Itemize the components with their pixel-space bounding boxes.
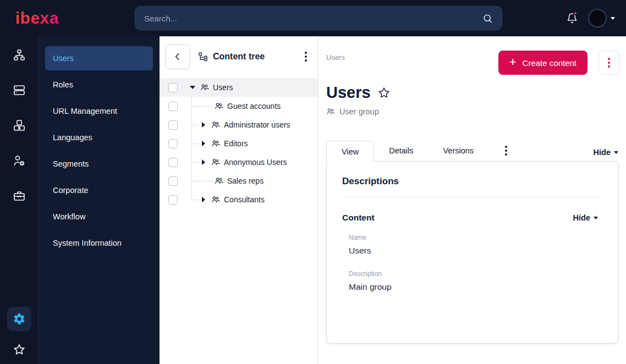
content-list-icon[interactable] [13, 84, 26, 97]
sidebar-item-label: System Information [53, 239, 122, 247]
admin-sidebar: Users Roles URL Management Languages Seg… [39, 36, 160, 364]
blocks-icon[interactable] [13, 119, 26, 132]
tree-item-label: Administrator users [224, 120, 290, 129]
sidebar-item-users[interactable]: Users [45, 46, 153, 70]
search-icon[interactable] [482, 13, 493, 24]
ibexa-logo[interactable]: ibexa [15, 9, 59, 27]
caret-right-icon[interactable] [199, 159, 208, 165]
sitemap-icon[interactable] [13, 48, 26, 62]
user-group-icon [326, 107, 335, 116]
hide-all-toggle[interactable]: Hide [594, 148, 618, 161]
favorite-star-icon[interactable] [377, 86, 391, 100]
tab-view[interactable]: View [326, 141, 374, 162]
notifications-bell-icon[interactable] [566, 12, 578, 24]
caret-right-icon[interactable] [199, 141, 208, 146]
tab-label: Versions [443, 146, 474, 155]
content-tree-icon [198, 52, 208, 62]
content-tree-title: Content tree [198, 52, 265, 62]
user-group-icon [211, 195, 220, 204]
hide-label: Hide [594, 148, 611, 157]
content-type-label: User group [339, 107, 379, 116]
user-group-icon [200, 83, 209, 92]
tree-checkbox[interactable] [168, 177, 178, 186]
sidebar-item-segments[interactable]: Segments [39, 151, 160, 177]
tree-item-label: Consultants [224, 195, 265, 204]
tree-checkbox[interactable] [168, 102, 178, 111]
logo-container: ibexa [0, 9, 135, 27]
tree-item-label: Sales reps [227, 177, 263, 185]
global-search[interactable] [135, 6, 502, 30]
tab-label: Details [389, 146, 413, 155]
hide-label: Hide [573, 213, 590, 222]
field-name: Name Users [349, 234, 602, 256]
settings-button[interactable] [7, 307, 31, 331]
user-settings-icon[interactable] [13, 154, 26, 167]
sidebar-item-label: Roles [53, 80, 73, 89]
tree-item-label: Guest accounts [227, 102, 281, 111]
tree-checkbox[interactable] [168, 83, 178, 92]
plus-icon: + [509, 56, 517, 68]
tree-item-editors[interactable]: Editors [160, 134, 318, 153]
collapse-tree-button[interactable] [165, 44, 190, 69]
page-title: Users [326, 84, 371, 102]
tree-branch-line [191, 125, 199, 125]
sidebar-item-url-management[interactable]: URL Management [39, 98, 160, 124]
tree-checkbox[interactable] [168, 139, 178, 148]
notification-badge [573, 11, 578, 15]
create-content-button[interactable]: + Create content [498, 51, 587, 75]
tree-branch-line [191, 181, 215, 181]
field-label: Description [349, 270, 602, 278]
user-menu[interactable] [588, 9, 615, 27]
breadcrumb[interactable]: Users [326, 51, 345, 62]
field-list: Name Users Description Main group [342, 234, 602, 292]
sidebar-item-label: URL Management [53, 107, 117, 115]
search-input[interactable] [144, 14, 482, 23]
tree-item-guest-accounts[interactable]: Guest accounts [160, 97, 318, 115]
hide-section-toggle[interactable]: Hide [573, 213, 598, 222]
tab-versions[interactable]: Versions [429, 140, 489, 161]
content-tree-title-label: Content tree [213, 52, 265, 62]
content-tree-panel: Content tree Users Guest accounts [160, 36, 319, 364]
tree-item-label: Users [213, 83, 233, 92]
sidebar-item-label: Segments [53, 159, 89, 168]
toolbox-icon[interactable] [13, 189, 26, 202]
user-group-icon [215, 102, 223, 111]
tree-item-consultants[interactable]: Consultants [160, 190, 318, 209]
sidebar-item-label: Users [53, 54, 74, 63]
sidebar-item-system-information[interactable]: System Information [39, 230, 160, 256]
tree-checkbox[interactable] [168, 195, 178, 205]
field-value: Main group [349, 282, 602, 292]
caret-down-icon[interactable] [188, 86, 197, 89]
tree-item-anonymous-users[interactable]: Anonymous Users [160, 153, 318, 172]
rail-bottom [7, 307, 31, 364]
create-content-label: Create content [523, 58, 576, 68]
sidebar-item-workflow[interactable]: Workflow [39, 203, 160, 230]
tabs-overflow-kebab-icon[interactable] [488, 140, 524, 161]
main-actions: + Create content [498, 51, 619, 75]
content-tree-list: Users Guest accounts Administrator users [160, 76, 318, 209]
field-description: Description Main group [349, 270, 602, 292]
tree-item-users[interactable]: Users [160, 78, 318, 97]
content-type-badge: User group [326, 107, 620, 116]
caret-right-icon[interactable] [199, 122, 208, 128]
section-title: Content [342, 213, 375, 223]
caret-down-icon [614, 151, 618, 154]
tree-item-sales-reps[interactable]: Sales reps [160, 172, 318, 190]
sidebar-item-corporate[interactable]: Corporate [39, 177, 160, 203]
user-group-icon [211, 158, 220, 167]
icon-rail [0, 36, 39, 364]
tree-options-kebab-icon[interactable] [303, 49, 309, 64]
tree-item-administrator-users[interactable]: Administrator users [160, 115, 318, 134]
sidebar-item-languages[interactable]: Languages [39, 124, 160, 151]
tree-checkbox[interactable] [168, 158, 178, 167]
tree-branch-line [191, 144, 199, 144]
caret-right-icon[interactable] [199, 197, 208, 202]
sidebar-item-label: Workflow [53, 212, 85, 221]
tab-details[interactable]: Details [374, 140, 428, 161]
sidebar-item-roles[interactable]: Roles [39, 71, 160, 98]
tree-checkbox[interactable] [168, 120, 178, 130]
user-group-icon [211, 120, 220, 129]
content-options-kebab-icon[interactable] [598, 51, 619, 75]
star-icon[interactable] [13, 343, 26, 356]
avatar[interactable] [588, 9, 607, 27]
